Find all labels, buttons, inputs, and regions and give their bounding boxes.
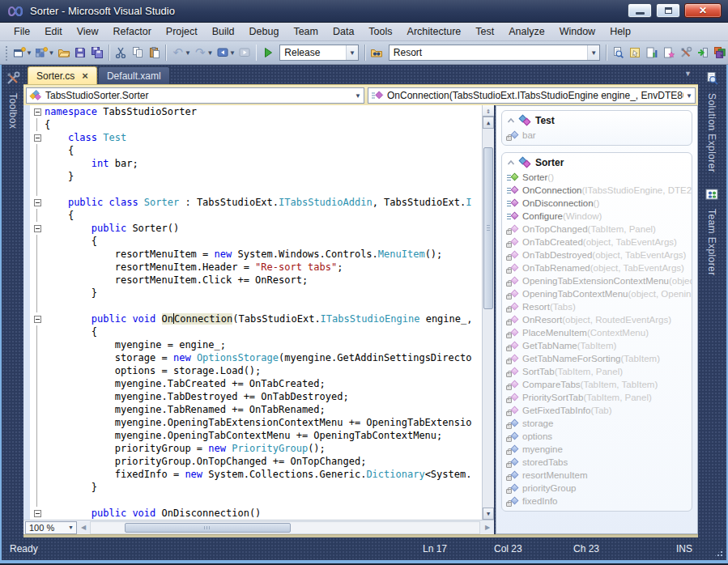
menu-item-window[interactable]: Window [552, 23, 602, 40]
fold-toggle-icon[interactable] [30, 222, 45, 235]
outline-member-sorttab[interactable]: SortTab(TabItem, Panel) [502, 365, 692, 378]
code-line-22[interactable]: myengine.TabCreated += OnTabCreated; [30, 377, 494, 390]
code-line-28[interactable]: priorityGroup.OnTopChanged += OnTopChang… [30, 455, 494, 468]
chevron-down-icon[interactable]: ▼ [228, 44, 236, 62]
chevron-down-icon[interactable]: ▼ [25, 44, 33, 62]
outline-member-ontabrenamed[interactable]: OnTabRenamed(object, TabEventArgs) [502, 261, 692, 274]
code-line-16[interactable] [30, 299, 494, 312]
code-line-23[interactable]: myengine.TabDestroyed += OnTabDestroyed; [30, 390, 494, 403]
outline-member-comparetabs[interactable]: CompareTabs(TabItem, TabItem) [502, 378, 692, 391]
outline-member-configure[interactable]: Configure(Window) [502, 210, 692, 223]
outline-member-options[interactable]: options [502, 430, 692, 443]
code-line-8[interactable]: public class Sorter : TabsStudioExt.ITab… [30, 196, 494, 209]
minimize-button[interactable] [628, 3, 652, 18]
menu-item-architecture[interactable]: Architecture [400, 23, 469, 40]
code-line-30[interactable]: } [30, 481, 494, 494]
outline-member-resort[interactable]: Resort(Tabs) [502, 300, 692, 313]
outline-member-placemenuitem[interactable]: PlaceMenuItem(ContextMenu) [502, 326, 692, 339]
scroll-left-icon[interactable]: ◀ [77, 521, 90, 534]
code-line-2[interactable]: { [30, 118, 494, 131]
menu-item-build[interactable]: Build [205, 23, 242, 40]
code-line-5[interactable]: int bar; [30, 157, 494, 170]
close-button[interactable]: ✕ [684, 3, 722, 18]
indicator-margin[interactable] [23, 105, 30, 520]
menu-item-team[interactable]: Team [286, 23, 326, 40]
outline-member-openingtabextensioncontextmenu[interactable]: OpeningTabExtensionContextMenu(objec [502, 274, 692, 287]
toolbar-button-customize-tools[interactable] [678, 44, 695, 62]
dock-tab-toolbox[interactable]: Toolbox [2, 68, 23, 129]
menu-item-project[interactable]: Project [159, 23, 205, 40]
menu-item-edit[interactable]: Edit [37, 23, 70, 40]
toolbar-grip[interactable] [4, 45, 8, 61]
code-line-1[interactable]: namespace TabsStudioSorter [30, 105, 494, 118]
menu-item-help[interactable]: Help [602, 23, 638, 40]
code-line-24[interactable]: myengine.TabRenamed += OnTabRenamed; [30, 403, 494, 416]
toolbar-button-cut[interactable] [113, 44, 130, 62]
outline-member-ontabcreated[interactable]: OnTabCreated(object, TabEventArgs) [502, 236, 692, 249]
zoom-dropdown[interactable]: 100 % ▼ [25, 521, 77, 534]
chevron-down-icon[interactable]: ▼ [683, 92, 695, 100]
menu-item-tools[interactable]: Tools [361, 23, 399, 40]
code-line-19[interactable]: myengine = engine_; [30, 338, 494, 351]
menu-item-file[interactable]: File [6, 23, 37, 40]
code-line-10[interactable]: public Sorter() [30, 222, 494, 235]
editor-horizontal-scrollbar[interactable] [90, 521, 480, 534]
outline-member-storedtabs[interactable]: storedTabs [502, 456, 692, 469]
menu-item-refactor[interactable]: Refactor [106, 23, 159, 40]
code-line-32[interactable]: public void OnDisconnection() [30, 507, 494, 520]
menu-item-view[interactable]: View [70, 23, 106, 40]
code-line-29[interactable]: fixedInfo = new System.Collections.Gener… [30, 468, 494, 481]
fold-toggle-icon[interactable] [30, 131, 45, 144]
toolbar-button-navigate-to[interactable] [694, 44, 711, 62]
outline-member-onconnection[interactable]: OnConnection(ITabsStudioEngine, DTE2) [502, 184, 692, 197]
member-dropdown[interactable]: OnConnection(TabsStudioExt.ITabsStudioEn… [368, 87, 696, 104]
chevron-down-icon[interactable]: ▼ [352, 92, 364, 100]
code-line-13[interactable]: resortMenuItem.Header = "Re-sort tabs"; [30, 261, 494, 274]
chevron-down-icon[interactable]: ▼ [184, 44, 192, 62]
outline-member-storage[interactable]: storage [502, 417, 692, 430]
tab-default-xaml[interactable]: Default.xaml [98, 66, 170, 84]
code-line-9[interactable]: { [30, 209, 494, 222]
chevron-down-icon[interactable]: ▼ [48, 44, 56, 62]
toolbar-button-object-browser[interactable] [644, 44, 661, 62]
tab-sorter-cs[interactable]: Sorter.cs× [28, 66, 97, 84]
toolbar-button-solution-explorer[interactable] [610, 44, 627, 62]
restore-button[interactable] [656, 3, 680, 18]
toolbar-button-properties-window[interactable] [627, 44, 644, 62]
code-line-3[interactable]: class Test [30, 131, 494, 144]
code-line-20[interactable]: storage = new OptionsStorage(myengine.Ge… [30, 351, 494, 364]
tab-list-chevron-icon[interactable]: ▼ [684, 70, 692, 78]
outline-group-header[interactable]: Sorter [502, 155, 692, 171]
toolbar-overflow-button[interactable]: ▾▾ [717, 44, 726, 62]
code-line-12[interactable]: resortMenuItem = new System.Windows.Cont… [30, 248, 494, 261]
menu-item-debug[interactable]: Debug [242, 23, 287, 40]
outline-group-header[interactable]: Test [502, 113, 692, 129]
code-editor[interactable]: namespace TabsStudioSorter{ class Test {… [23, 105, 494, 520]
split-editor-handle[interactable]: ⇕ [483, 105, 494, 117]
combo-solution-configurations[interactable]: Release▼ [279, 45, 359, 61]
menu-item-analyze[interactable]: Analyze [501, 23, 551, 40]
outline-member-getfixedtabinfo[interactable]: GetFixedTabInfo(Tab) [502, 404, 692, 417]
combo-find-combo[interactable]: Resort▼ [389, 45, 600, 61]
outline-member-myengine[interactable]: myengine [502, 443, 692, 456]
outline-member-prioritysorttab[interactable]: PrioritySortTab(TabItem, Panel) [502, 391, 692, 404]
scroll-right-icon[interactable]: ▶ [481, 521, 494, 534]
fold-toggle-icon[interactable] [30, 196, 45, 209]
outline-member-prioritygroup[interactable]: priorityGroup [502, 482, 692, 495]
toolbar-button-paste[interactable] [146, 44, 163, 62]
fold-toggle-icon[interactable] [30, 507, 45, 520]
toolbar-button-navigate-forward[interactable] [236, 44, 253, 62]
code-line-31[interactable] [30, 494, 494, 507]
chevron-down-icon[interactable]: ▼ [587, 45, 599, 60]
menu-item-test[interactable]: Test [468, 23, 501, 40]
code-line-11[interactable]: { [30, 235, 494, 248]
code-line-14[interactable]: resortMenuItem.Click += OnResort; [30, 274, 494, 287]
chevron-down-icon[interactable]: ▼ [206, 44, 215, 62]
code-line-17[interactable]: public void OnConnection(TabsStudioExt.I… [30, 312, 494, 325]
outline-member-ontopchanged[interactable]: OnTopChanged(TabItem, Panel) [502, 223, 692, 236]
close-icon[interactable]: × [82, 70, 88, 81]
toolbar-button-copy[interactable] [130, 44, 147, 62]
code-line-27[interactable]: priorityGroup = new PriorityGroup(); [30, 442, 494, 455]
toolbar-button-find-in-files[interactable] [368, 44, 385, 62]
code-line-25[interactable]: myengine.OpeningTabExtensionContextMenu … [30, 416, 494, 429]
